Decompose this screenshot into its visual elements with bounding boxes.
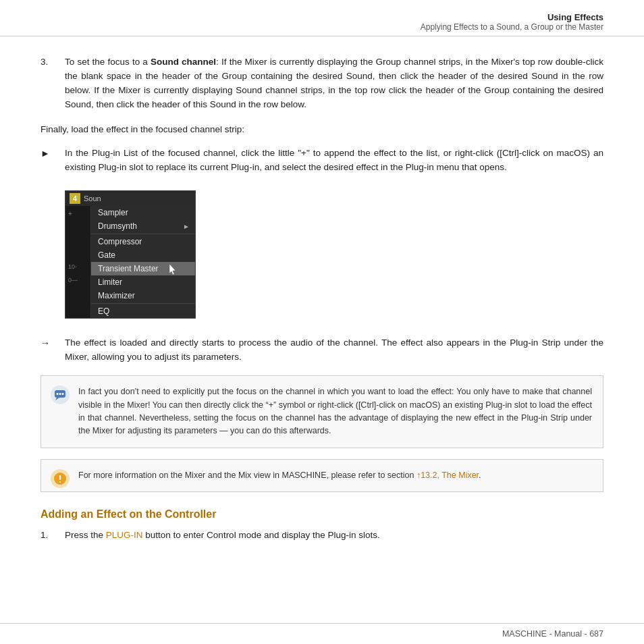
svg-point-4 — [59, 393, 61, 395]
ss-divider-1 — [91, 234, 195, 234]
ss-menu: Sampler Drumsynth► Compressor Gate Trans… — [91, 206, 195, 318]
svg-rect-8 — [59, 481, 61, 483]
warning-icon-svg — [53, 472, 67, 485]
bullet-arrow-symbol: ► — [41, 146, 65, 175]
cursor-area — [168, 263, 176, 275]
ss-sidebar-plus: + — [65, 206, 90, 219]
page-container: Using Effects Applying Effects to a Soun… — [0, 0, 644, 644]
svg-rect-7 — [59, 475, 61, 480]
step-3: 3. To set the focus to a Sound channel: … — [41, 55, 603, 112]
speech-note-box: In fact you don’t need to explicitly put… — [41, 375, 603, 448]
ss-num-badge: 4 — [70, 193, 80, 204]
speech-bubble-icon — [51, 385, 70, 404]
ss-body: + 10- 0— Sampler Drumsynth► Compressor G… — [65, 206, 195, 318]
svg-marker-2 — [55, 398, 59, 400]
ss-top-bar: 4 Soun — [65, 191, 195, 206]
header-subtitle: Applying Effects to a Sound, a Group or … — [421, 22, 603, 32]
page-header: Using Effects Applying Effects to a Soun… — [0, 0, 644, 36]
ss-menu-drumsynth[interactable]: Drumsynth► — [91, 219, 195, 233]
ss-sidebar-r2 — [65, 219, 90, 233]
bullet-item: ► In the Plug-in List of the focused cha… — [41, 146, 603, 175]
speech-note-text: In fact you don’t need to explicitly put… — [78, 387, 592, 435]
arrow-result-text: The effect is loaded and directly starts… — [65, 336, 603, 365]
ss-menu-transient[interactable]: Transient Master — [91, 262, 195, 275]
ss-sidebar-r5: 0— — [65, 273, 90, 287]
ss-divider-2 — [91, 303, 195, 304]
header-title: Using Effects — [547, 12, 603, 22]
ss-sidebar-r4: 10- — [65, 260, 90, 273]
step-3-text: To set the focus to a Sound channel: If … — [65, 55, 603, 112]
arrow-result: → The effect is loaded and directly star… — [41, 336, 603, 365]
screenshot-container: 4 Soun + 10- 0— Sampler Drumsyn — [65, 190, 196, 319]
section-heading: Adding an Effect on the Controller — [41, 508, 603, 520]
finally-paragraph: Finally, load the effect in the focused … — [41, 123, 603, 137]
plugin-menu-screenshot: 4 Soun + 10- 0— Sampler Drumsyn — [65, 190, 196, 319]
page-footer: MASCHINE - Manual - 687 — [0, 623, 644, 644]
ss-menu-limiter[interactable]: Limiter — [91, 275, 195, 289]
svg-marker-0 — [169, 264, 176, 275]
step-1: 1. Press the PLUG-IN button to enter Con… — [41, 529, 603, 543]
plug-in-highlight: PLUG-IN — [106, 530, 143, 540]
ss-menu-compressor[interactable]: Compressor — [91, 235, 195, 248]
footer-text: MASCHINE - Manual - 687 — [502, 629, 603, 639]
arrow-result-symbol: → — [41, 336, 65, 365]
step-1-number: 1. — [41, 529, 65, 543]
ss-menu-sampler[interactable]: Sampler — [91, 206, 195, 219]
svg-point-3 — [57, 393, 59, 395]
ss-menu-gate[interactable]: Gate — [91, 248, 195, 262]
arrow-right-icon: ► — [183, 223, 190, 230]
ss-sidebar-r3 — [65, 233, 90, 260]
mixer-link[interactable]: ↑13.2, The Mixer — [417, 471, 479, 480]
ss-label: Soun — [84, 194, 101, 203]
warning-note-box: For more information on the Mixer and th… — [41, 459, 603, 492]
ss-sidebar: + 10- 0— — [65, 206, 91, 318]
speech-icon-svg — [54, 390, 66, 400]
step-1-text: Press the PLUG-IN button to enter Contro… — [65, 529, 603, 543]
warning-icon — [51, 469, 70, 488]
step-3-number: 3. — [41, 55, 65, 112]
cursor-icon — [168, 263, 176, 275]
bullet-text: In the Plug-in List of the focused chann… — [65, 146, 603, 175]
bold-sound-channel: Sound channel — [151, 57, 216, 67]
warning-note-text: For more information on the Mixer and th… — [78, 471, 481, 480]
ss-menu-eq[interactable]: EQ — [91, 304, 195, 318]
ss-menu-maximizer[interactable]: Maximizer — [91, 289, 195, 302]
svg-point-5 — [62, 393, 64, 395]
main-content: 3. To set the focus to a Sound channel: … — [0, 36, 644, 623]
